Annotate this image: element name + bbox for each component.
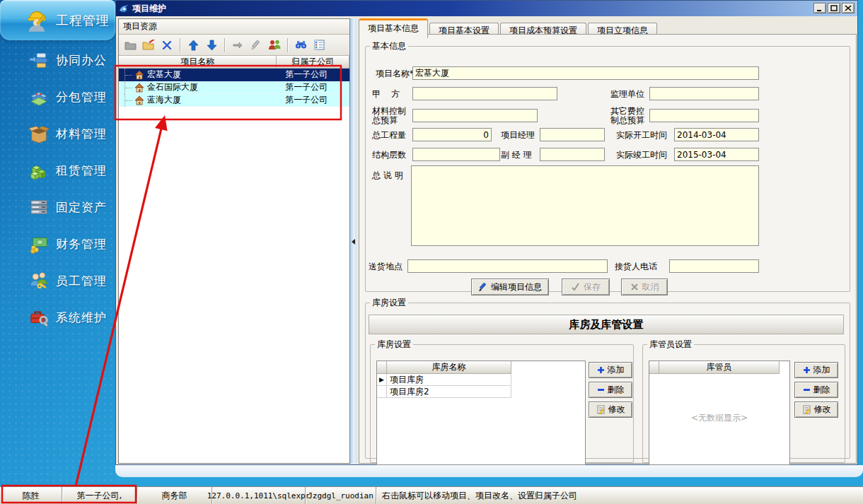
project-manager-input[interactable] [540,128,605,141]
open-folder-icon[interactable] [122,37,138,53]
maximize-icon[interactable] [828,3,840,13]
sidebar-item-finance[interactable]: 财务管理 [0,228,115,260]
collaboration-office-icon [28,49,50,71]
structure-floors-input[interactable] [412,148,500,161]
warehouse-remove-label: 删除 [608,384,625,396]
supervision-unit-label: 监理单位 [610,90,644,99]
project-name: 蓝海大厦 [147,94,181,106]
minus-icon [803,386,811,394]
close-icon[interactable] [842,3,855,13]
deputy-manager-input[interactable] [540,148,605,161]
project-maintenance-window: 项目维护 项目资源 [115,0,858,465]
sidebar-item-fixed-assets[interactable]: 固定资产 [0,191,115,223]
toolbar-separator [180,38,180,52]
warehouse-name-column-header[interactable]: 库房名称 [387,361,511,374]
keeper-remove-label: 删除 [813,384,830,396]
project-row-hongji[interactable]: 宏基大厦 第一子公司 [119,69,349,81]
actual-finish-date-input[interactable] [674,148,759,161]
search-binoculars-icon[interactable] [293,37,308,53]
receiver-phone-label: 接货人电话 [615,262,657,271]
warehouse-banner: 库房及库管设置 [369,315,844,334]
sidebar-item-materials[interactable]: 材料管理 [0,117,115,150]
blue-pen-icon [478,283,487,292]
status-server: 127.0.0.1,1011\sqlexpr [212,487,306,504]
check-icon [571,283,580,291]
keeper-column-header[interactable]: 库管员 [659,361,780,374]
warehouse-modify-button[interactable]: 修改 [589,402,632,418]
project-row-jinshi[interactable]: 金石国际大厦 第一子公司 [119,81,349,94]
sidebar-item-subcontract[interactable]: 分包管理 [0,81,115,113]
row-marker-header [377,361,387,374]
column-header-subsidiary[interactable]: 归属子公司 [277,56,349,69]
detail-tabstrip: 项目基本信息项目基本设置项目成本预算设置项目立项信息 [359,18,857,35]
keeper-add-label: 添加 [813,364,830,376]
minimize-icon[interactable] [813,3,826,13]
other-fee-budget-label: 其它费控 制总预算 [610,107,644,125]
sidebar-item-label: 材料管理 [56,126,107,142]
keeper-table-header: 库管员 [649,361,789,374]
warehouse-add-button[interactable]: 添加 [589,362,632,378]
employees-people-icon [28,270,50,291]
sidebar-item-label: 员工管理 [56,273,107,289]
column-header-project-name[interactable]: 项目名称 [119,56,277,69]
project-company: 第一子公司 [277,94,349,107]
users-icon[interactable] [267,37,282,53]
home-icon [134,95,144,105]
other-fee-budget-input[interactable] [649,109,759,122]
delete-x-icon[interactable] [159,37,175,53]
leasing-cubes-icon [28,160,50,181]
general-notes-textarea[interactable] [411,165,759,246]
save-button[interactable]: 保存 [562,279,610,295]
material-budget-input[interactable] [412,109,538,122]
tab-basic-info[interactable]: 项目基本信息 [359,18,428,38]
sidebar-item-label: 工程管理 [56,12,110,29]
edit-project-button[interactable]: 编辑项目信息 [471,279,549,295]
project-toolbar [119,35,349,56]
total-quantity-label: 总工程量 [372,131,406,140]
deputy-manager-label: 副 经 理 [501,151,532,160]
plus-icon [803,366,811,374]
project-row-lanhai[interactable]: 蓝海大厦 第一子公司 [119,94,349,107]
party-a-input[interactable] [412,87,557,100]
warehouse-remove-button[interactable]: 删除 [589,382,632,398]
sidebar-item-system[interactable]: 系统维护 [0,301,115,334]
home-icon [134,83,144,93]
move-down-icon[interactable] [204,37,219,53]
details-grid-icon[interactable] [311,37,327,53]
fixed-assets-server-icon [28,197,50,218]
actual-start-date-input[interactable] [674,128,759,141]
cancel-button[interactable]: 取消 [621,279,668,295]
sidebar-item-collaboration[interactable]: 协同办公 [0,44,115,76]
sidebar-item-engineering[interactable]: 工程管理 [0,0,115,40]
warehouse-row[interactable]: 项目库房2 [377,386,585,398]
edit-pencil-icon[interactable] [248,37,264,53]
project-tree-list: 宏基大厦 第一子公司 金石国际大厦 第一子公司 [119,69,349,107]
toolbar-separator [224,38,225,52]
toolbar-separator [287,38,288,52]
supervision-unit-input[interactable] [649,87,759,100]
keeper-remove-button[interactable]: 删除 [794,382,838,398]
finance-money-icon [28,233,50,254]
delivery-address-input[interactable] [407,259,608,273]
panel-splitter[interactable] [350,18,357,464]
pointer-hand-icon[interactable] [230,37,245,53]
warehouse-add-label: 添加 [608,364,625,376]
tab-content: 基本信息 项目名称* 甲 方 监理单位 材料控制 总预算 其它费控 制总预算 总… [359,34,857,464]
sidebar-item-employees[interactable]: 员工管理 [0,264,115,297]
move-up-icon[interactable] [185,37,201,53]
project-name-input[interactable] [412,66,759,80]
sidebar-item-leasing[interactable]: 租赁管理 [0,154,115,187]
total-quantity-input[interactable] [412,128,492,141]
receiver-phone-input[interactable] [669,259,759,273]
window-bottom-strip [115,465,863,477]
project-name: 宏基大厦 [147,69,181,81]
keeper-add-button[interactable]: 添加 [794,362,838,378]
keeper-modify-button[interactable]: 修改 [794,402,838,418]
warehouse-row[interactable]: ▶ 项目库房 [377,374,585,386]
home-icon [134,70,144,80]
edit-folder-icon[interactable] [141,37,156,53]
panel-title: 项目资源 [119,19,349,35]
row-marker-header [649,361,659,374]
sidebar-item-label: 固定资产 [56,199,107,216]
project-manager-label: 项目经理 [501,131,535,140]
